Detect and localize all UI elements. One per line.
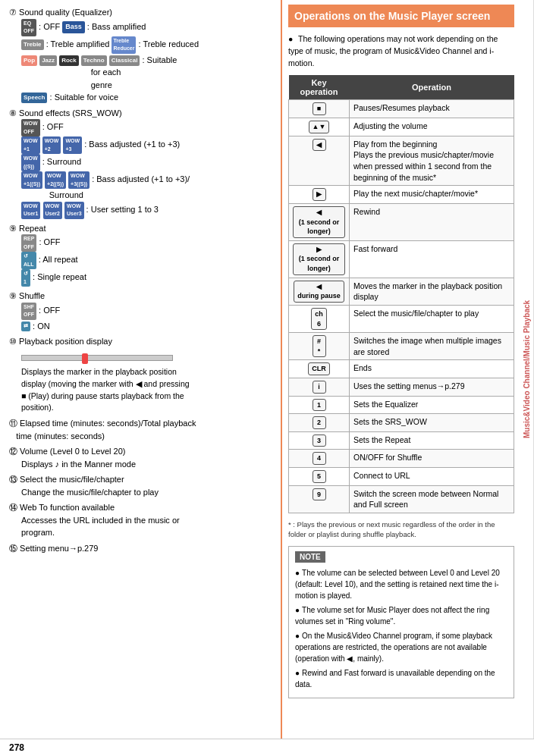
- table-row: 5Connect to URL: [289, 468, 514, 486]
- section-label: Repeat: [19, 224, 46, 233]
- table-row: 3Sets the Repeat: [289, 431, 514, 450]
- key-icon: ■: [313, 102, 326, 115]
- note-item: On the Music&Video Channel program, if s…: [295, 630, 507, 664]
- key-icon: ◀(1 second or longer): [293, 206, 345, 238]
- operation-cell: Rewind: [350, 203, 514, 240]
- section-title: Operations on the Music Player screen: [288, 5, 514, 27]
- section-repeat: ⑨ Repeat REPOFF : OFF ↺ALL : All repeat …: [9, 222, 275, 287]
- key-cell: #*: [289, 333, 350, 360]
- operation-cell: Pauses/Resumes playback: [350, 100, 514, 118]
- key-cell: i: [289, 378, 350, 397]
- key-cell: 2: [289, 414, 350, 432]
- operation-cell: Play the next music/chapter/movie*: [350, 186, 514, 204]
- section-setting-menu: ⑮ Setting menu→p.279: [9, 542, 275, 555]
- key-cell: ▶: [289, 186, 350, 204]
- section-web-to: ⑭ Web To function available Accesses the…: [9, 501, 275, 539]
- table-row: 4ON/OFF for Shuffle: [289, 450, 514, 468]
- intro-text: The following operations may not work de…: [288, 33, 514, 69]
- table-row: ◀during pauseMoves the marker in the pla…: [289, 278, 514, 305]
- key-icon: ◀: [313, 139, 326, 152]
- key-icon: 5: [313, 470, 326, 483]
- section-select-music: ⑬ Select the music/file/chapter Change t…: [9, 473, 275, 498]
- playback-bar: [21, 355, 173, 361]
- key-icon: CLR: [308, 362, 330, 375]
- col-header-op: Operation: [350, 75, 514, 100]
- page-number: 278: [9, 742, 24, 753]
- key-icon: 3: [313, 434, 326, 447]
- section-label: Playback position display: [19, 337, 112, 346]
- section-label: Sound quality (Equalizer): [19, 8, 112, 17]
- note-title: NOTE: [295, 551, 325, 563]
- note-box: NOTE The volume can be selected between …: [288, 546, 514, 698]
- key-icon: 9: [313, 488, 326, 501]
- section-volume: ⑫ Volume (Level 0 to Level 20) Displays …: [9, 445, 275, 470]
- section-srswow: ⑧ Sound effects (SRS_WOW) WOWOFF : OFF W…: [9, 107, 275, 219]
- key-cell: ■: [289, 100, 350, 118]
- key-cell: 9: [289, 485, 350, 513]
- operation-cell: Sets the Repeat: [350, 431, 514, 450]
- operation-cell: Select the music/file/chapter to play: [350, 305, 514, 332]
- operation-cell: Connect to URL: [350, 468, 514, 486]
- section-equalizer: ⑦ Sound quality (Equalizer) EQOFF : OFF …: [9, 6, 275, 104]
- table-row: ◀Play from the beginningPlays the previo…: [289, 136, 514, 186]
- key-cell: CLR: [289, 360, 350, 378]
- footnote: * : Plays the previous or next music reg…: [288, 519, 514, 540]
- table-row: ■Pauses/Resumes playback: [289, 100, 514, 118]
- operation-cell: ON/OFF for Shuffle: [350, 450, 514, 468]
- operation-cell: Moves the marker in the playback positio…: [350, 278, 514, 305]
- key-icon: ◀during pause: [294, 281, 344, 303]
- key-cell: 1: [289, 396, 350, 414]
- key-cell: ▶(1 second or longer): [289, 240, 350, 278]
- section-shuffle: ⑨ Shuffle SHFOFF : OFF ⇄ : ON: [9, 290, 275, 332]
- table-row: ▲▼Adjusting the volume: [289, 118, 514, 136]
- section-playback-pos: ⑩ Playback position display Displays the…: [9, 335, 275, 414]
- section-label: Shuffle: [19, 291, 45, 300]
- operation-cell: Sets the Equalizer: [350, 396, 514, 414]
- note-items: The volume can be selected between Level…: [295, 567, 507, 690]
- operation-cell: Switches the image when multiple images …: [350, 333, 514, 360]
- key-cell: 3: [289, 431, 350, 450]
- section-elapsed-time: ⑪ Elapsed time (minutes: seconds)/Total …: [9, 417, 275, 442]
- operation-cell: Switch the screen mode between Normal an…: [350, 485, 514, 513]
- note-item: The volume set for Music Player does not…: [295, 604, 507, 627]
- key-cell: ◀(1 second or longer): [289, 203, 350, 240]
- table-row: ▶(1 second or longer)Fast forward: [289, 240, 514, 278]
- key-cell: ◀during pause: [289, 278, 350, 305]
- table-row: #*Switches the image when multiple image…: [289, 333, 514, 360]
- right-column: Operations on the Music Player screen Th…: [281, 0, 520, 739]
- key-icon: 4: [313, 452, 326, 465]
- table-row: ◀(1 second or longer)Rewind: [289, 203, 514, 240]
- playback-marker: [82, 353, 88, 364]
- table-row: ch6Select the music/file/chapter to play: [289, 305, 514, 332]
- col-header-key: Key operation: [289, 75, 350, 100]
- key-cell: ◀: [289, 136, 350, 186]
- table-row: ▶Play the next music/chapter/movie*: [289, 186, 514, 204]
- table-row: iUses the setting menus→p.279: [289, 378, 514, 397]
- operation-cell: Sets the SRS_WOW: [350, 414, 514, 432]
- sidebar-label: Music&Video Channel/Music Playback: [520, 0, 534, 739]
- key-icon: #*: [313, 335, 326, 357]
- left-column: ⑦ Sound quality (Equalizer) EQOFF : OFF …: [0, 0, 281, 739]
- page-footer: 278: [0, 739, 534, 756]
- key-cell: 4: [289, 450, 350, 468]
- key-icon: ▶: [313, 188, 326, 201]
- key-icon: 1: [313, 399, 326, 412]
- key-cell: ▲▼: [289, 118, 350, 136]
- section-label: Sound effects (SRS_WOW): [19, 108, 122, 118]
- key-icon: ▶(1 second or longer): [293, 243, 345, 275]
- operation-cell: Uses the setting menus→p.279: [350, 378, 514, 397]
- table-row: CLREnds: [289, 360, 514, 378]
- key-icon: i: [313, 381, 326, 394]
- key-cell: ch6: [289, 305, 350, 332]
- key-icon: ch6: [311, 308, 327, 330]
- operation-cell: Play from the beginningPlays the previou…: [350, 136, 514, 186]
- note-item: Rewind and Fast forward is unavailable d…: [295, 667, 507, 690]
- operation-cell: Ends: [350, 360, 514, 378]
- table-row: 1Sets the Equalizer: [289, 396, 514, 414]
- operations-table: Key operation Operation ■Pauses/Resumes …: [288, 75, 514, 513]
- operation-cell: Fast forward: [350, 240, 514, 278]
- key-icon: ▲▼: [309, 121, 330, 133]
- operation-cell: Adjusting the volume: [350, 118, 514, 136]
- table-row: 2Sets the SRS_WOW: [289, 414, 514, 432]
- key-cell: 5: [289, 468, 350, 486]
